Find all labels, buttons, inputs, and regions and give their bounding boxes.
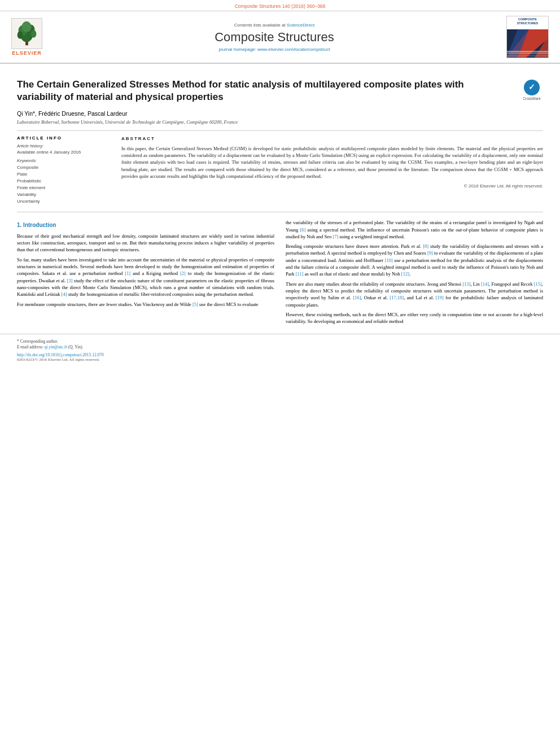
- sciencedirect-link[interactable]: ScienceDirect: [287, 23, 314, 28]
- footer-section: * Corresponding author. E-mail address: …: [0, 334, 560, 365]
- keywords-label: Keywords:: [17, 158, 113, 163]
- corresponding-note: * Corresponding author.: [17, 339, 543, 345]
- affiliation: Laboratoire Roberval, Sorbonne Universit…: [17, 119, 543, 125]
- intro-col2-p3: There are also many studies about the re…: [286, 281, 543, 308]
- copyright-line: © 2016 Elsevier Ltd. All rights reserved…: [121, 183, 543, 190]
- keyword-composite: Composite: [17, 164, 113, 171]
- abstract-text: In this paper, the Certain Generalized S…: [121, 145, 543, 180]
- issn-line: 0263-8223/© 2016 Elsevier Ltd. All right…: [17, 357, 543, 362]
- crossmark-label: CrossMark: [523, 97, 540, 101]
- intro-col2-p1: the variability of the stresses of a per…: [286, 219, 543, 240]
- article-info-panel: ARTICLE INFO Article history: Available …: [17, 136, 121, 205]
- email-link[interactable]: qi.yin@utc.fr: [45, 344, 67, 350]
- ref-10[interactable]: [10]: [385, 257, 393, 263]
- ref-19[interactable]: [19]: [436, 295, 444, 300]
- email-note: E-mail address: qi.yin@utc.fr (Q. Yin).: [17, 344, 543, 351]
- svg-point-6: [18, 31, 23, 38]
- journal-header-center: Contents lists available at ScienceDirec…: [42, 23, 506, 52]
- article-title: The Certain Generalized Stresses Method …: [17, 78, 543, 103]
- article-history-label: Article history:: [17, 143, 113, 148]
- journal-citation: Composite Structures 140 (2016) 360–368: [235, 3, 326, 9]
- keyword-probabilistic: Probabilistic: [17, 178, 113, 185]
- svg-point-5: [21, 21, 31, 32]
- ref-16[interactable]: [16]: [353, 295, 361, 300]
- abstract-label: ABSTRACT: [121, 136, 543, 142]
- elsevier-tree-icon: [11, 18, 42, 49]
- ref-1[interactable]: [1]: [125, 270, 130, 276]
- crossmark-badge[interactable]: ✓ CrossMark: [520, 78, 543, 101]
- keyword-finite-element: Finite element: [17, 185, 113, 191]
- ref-7[interactable]: [7]: [333, 234, 338, 239]
- body-right-column: the variability of the stresses of a per…: [286, 219, 543, 327]
- journal-homepage: journal homepage: www.elsevier.com/locat…: [42, 47, 506, 52]
- journal-header: ELSEVIER Contents lists available at Sci…: [0, 11, 560, 64]
- page: Composite Structures 140 (2016) 360–368: [0, 0, 560, 747]
- body-left-column: 1. Introduction Because of their good me…: [17, 219, 274, 327]
- ref-4[interactable]: [4]: [62, 291, 67, 297]
- section-divider: [17, 212, 543, 212]
- svg-rect-14: [506, 55, 549, 56]
- article-content: The Certain Generalized Stresses Method …: [0, 64, 560, 205]
- intro-heading: 1. Introduction: [17, 221, 274, 230]
- svg-rect-13: [506, 53, 549, 54]
- body-content: 1. Introduction Because of their good me…: [0, 219, 560, 327]
- ref-13[interactable]: [13]: [462, 281, 470, 287]
- ref-9[interactable]: [9]: [427, 250, 433, 256]
- ref-11[interactable]: [11]: [296, 271, 304, 277]
- intro-col2-p2: Bending composite structures have drawn …: [286, 243, 543, 278]
- contents-line: Contents lists available at ScienceDirec…: [42, 23, 506, 28]
- abstract-section: ABSTRACT In this paper, the Certain Gene…: [121, 136, 543, 205]
- keyword-plate: Plate: [17, 171, 113, 178]
- ref-15[interactable]: [15]: [534, 281, 542, 287]
- authors: Qi Yin*, Frédéric Druesne, Pascal Lardeu…: [17, 110, 543, 117]
- ref-8[interactable]: [8]: [423, 243, 428, 249]
- elsevier-logo: ELSEVIER: [11, 18, 42, 56]
- keyword-uncertainty: Uncertainty: [17, 198, 113, 205]
- ref-14[interactable]: [14]: [481, 281, 489, 287]
- intro-col2-p4: However, these existing methods, such as…: [286, 311, 543, 325]
- cs-logo-text: COMPOSITESTRUCTURES: [516, 16, 540, 26]
- article-info-label: ARTICLE INFO: [17, 136, 113, 141]
- doi-link[interactable]: http://dx.doi.org/10.1016/j.compstruct.2…: [17, 352, 104, 357]
- ref-3[interactable]: [3]: [67, 278, 73, 283]
- homepage-url[interactable]: www.elsevier.com/locate/compstruct: [257, 47, 330, 52]
- svg-point-7: [31, 30, 37, 37]
- intro-p3: For membrane composite structures, there…: [17, 301, 274, 308]
- ref-2[interactable]: [2]: [180, 270, 186, 276]
- available-online: Available online 4 January 2016: [17, 150, 113, 155]
- elsevier-wordmark: ELSEVIER: [12, 50, 42, 56]
- ref-17-18[interactable]: [17,18]: [390, 295, 404, 300]
- journal-citation-bar: Composite Structures 140 (2016) 360–368: [0, 0, 560, 11]
- journal-name: Composite Structures: [42, 30, 506, 45]
- keywords-section: Keywords: Composite Plate Probabilistic …: [17, 158, 113, 205]
- doi-line: http://dx.doi.org/10.1016/j.compstruct.2…: [17, 352, 543, 357]
- info-abstract-section: ARTICLE INFO Article history: Available …: [17, 130, 543, 205]
- crossmark-icon: ✓: [524, 80, 540, 95]
- intro-p2: So far, many studies have been investiga…: [17, 256, 274, 298]
- ref-5[interactable]: [5]: [193, 302, 198, 307]
- ref-12[interactable]: [12]: [401, 271, 409, 277]
- ref-6[interactable]: [6]: [300, 227, 305, 233]
- svg-rect-12: [506, 51, 549, 53]
- composite-structures-logo: COMPOSITESTRUCTURES: [506, 16, 549, 58]
- intro-p1: Because of their good mechanical strengt…: [17, 233, 274, 254]
- keyword-variability: Variability: [17, 191, 113, 198]
